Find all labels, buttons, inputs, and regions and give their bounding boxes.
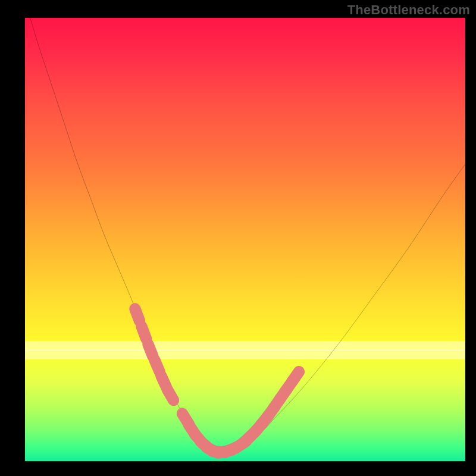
curve-marker bbox=[135, 309, 140, 321]
curve-marker bbox=[155, 360, 159, 372]
plot-area bbox=[25, 18, 465, 461]
curve-svg bbox=[25, 18, 465, 461]
curve-marker bbox=[167, 389, 174, 400]
curve-marker bbox=[142, 327, 146, 339]
curve-marker bbox=[292, 372, 299, 383]
curve-marker bbox=[148, 345, 153, 356]
watermark-text: TheBottleneck.com bbox=[347, 2, 470, 18]
bottleneck-curve bbox=[25, 0, 465, 452]
marker-group bbox=[135, 309, 299, 453]
chart-frame: TheBottleneck.com bbox=[0, 0, 476, 476]
